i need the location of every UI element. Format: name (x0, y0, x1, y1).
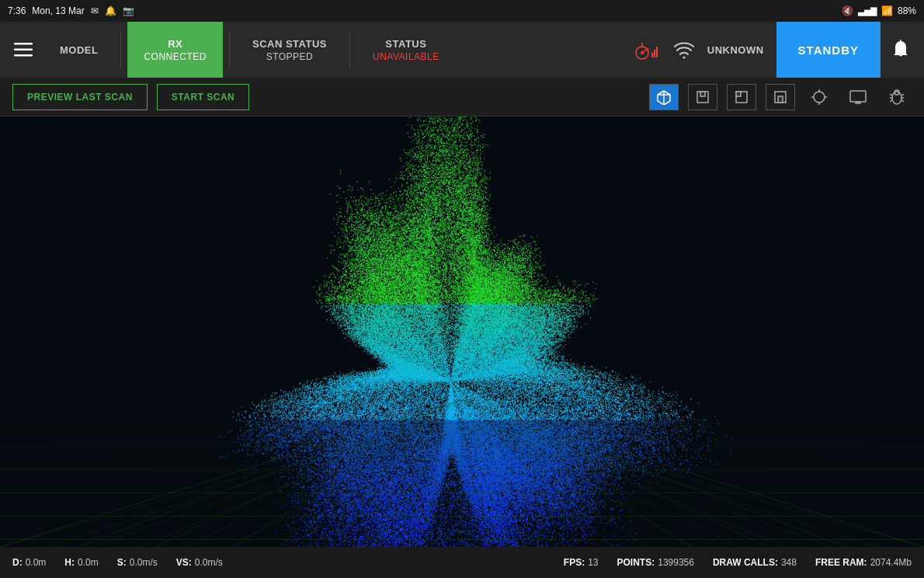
free-ram-label: FREE RAM: (815, 557, 867, 568)
fps-stat: FPS: 13 (564, 557, 599, 568)
fps-value: 13 (588, 557, 598, 568)
bottom-bar: D: 0.0m H: 0.0m S: 0.0m/s VS: 0.0m/s FPS… (0, 547, 924, 578)
scan-status-sub-label: STOPPED (266, 51, 314, 62)
toolbar: PREVIEW LAST SCAN START SCAN (0, 78, 924, 117)
svg-line-35 (901, 94, 904, 96)
distance-value: 0.0m (26, 557, 47, 568)
scan-status-tab-label: SCAN STATUS (252, 38, 327, 50)
model-tab-label: MODEL (60, 44, 98, 56)
svg-rect-16 (700, 92, 705, 96)
battery-label: 88% (898, 5, 916, 16)
svg-rect-8 (654, 50, 655, 57)
rx-tab-label: RX (168, 38, 182, 50)
draw-calls-label: DRAW CALLS: (713, 557, 778, 568)
svg-line-34 (890, 100, 892, 102)
distance-stat: D: 0.0m (12, 557, 46, 568)
svg-point-6 (641, 51, 644, 54)
svg-rect-2 (14, 54, 33, 57)
status-bar-left: 7:36 Mon, 13 Mar ✉ 🔔 📷 (8, 5, 134, 16)
email-icon: ✉ (91, 5, 99, 16)
rx-tab-sublabel: CONNECTED (144, 51, 207, 62)
side-view-button[interactable] (727, 84, 756, 110)
point-cloud-canvas (0, 117, 924, 547)
free-ram-stat: FREE RAM: 2074.4Mb (815, 557, 912, 568)
wifi-icon: 📶 (881, 5, 893, 16)
speed-stat: S: 0.0m/s (117, 557, 158, 568)
svg-point-10 (683, 57, 685, 59)
model-tab[interactable]: MODEL (43, 22, 114, 78)
scan-status-tab[interactable]: SCAN STATUS STOPPED (236, 22, 343, 78)
wifi-nav-icon (670, 36, 698, 64)
svg-rect-9 (656, 47, 658, 57)
points-stat: POINTS: 1399356 (617, 557, 694, 568)
draw-calls-value: 348 (781, 557, 797, 568)
rx-tab[interactable]: RX CONNECTED (127, 22, 223, 78)
svg-rect-26 (850, 91, 866, 102)
front-view-button[interactable] (688, 84, 717, 110)
draw-calls-stat: DRAW CALLS: 348 (713, 557, 797, 568)
hamburger-button[interactable] (6, 33, 40, 67)
unknown-label: UNKNOWN (707, 44, 764, 56)
distance-label: D: (12, 557, 23, 568)
status-tab-label: STATUS (385, 38, 426, 50)
speed-value: 0.0m/s (130, 557, 158, 568)
svg-point-30 (892, 92, 901, 104)
bell-button[interactable] (884, 33, 918, 67)
screenshot-icon: 📷 (123, 5, 134, 16)
vspeed-value: 0.0m/s (195, 557, 223, 568)
mute-icon: 🔇 (842, 5, 853, 16)
status-tab-sublabel: UNAVAILABLE (373, 51, 439, 62)
status-time: 7:36 (8, 5, 26, 16)
nav-separator-1 (120, 30, 121, 69)
points-value: 1399356 (658, 557, 694, 568)
svg-point-21 (814, 92, 825, 103)
fps-label: FPS: (564, 557, 585, 568)
radar-icon (633, 36, 661, 64)
standby-button[interactable]: STANDBY (776, 22, 881, 78)
status-bar-right: 🔇 ▃▅▇ 📶 88% (842, 5, 916, 16)
scan-viewport[interactable] (0, 117, 924, 547)
svg-rect-18 (736, 92, 741, 96)
vspeed-label: VS: (176, 557, 192, 568)
signal-bars-icon: ▃▅▇ (858, 6, 877, 16)
crosshair-view-button[interactable] (804, 84, 834, 110)
3d-cube-view-button[interactable] (649, 84, 679, 110)
status-tab[interactable]: STATUS UNAVAILABLE (356, 22, 456, 78)
preview-last-scan-button[interactable]: PREVIEW LAST SCAN (12, 84, 148, 110)
nav-separator-3 (349, 30, 350, 69)
bug-button[interactable] (882, 84, 912, 110)
svg-rect-1 (14, 49, 33, 51)
svg-line-37 (901, 100, 904, 102)
free-ram-value: 2074.4Mb (870, 557, 912, 568)
start-scan-button[interactable]: START SCAN (157, 84, 249, 110)
svg-rect-0 (14, 43, 33, 45)
status-date: Mon, 13 Mar (32, 5, 84, 16)
silent-icon: 🔔 (105, 5, 116, 16)
svg-rect-20 (778, 96, 783, 103)
svg-line-32 (890, 94, 892, 96)
points-label: POINTS: (617, 557, 655, 568)
bottom-bar-right: FPS: 13 POINTS: 1399356 DRAW CALLS: 348 … (564, 557, 912, 568)
vspeed-stat: VS: 0.0m/s (176, 557, 223, 568)
top-view-button[interactable] (766, 84, 795, 110)
speed-label: S: (117, 557, 127, 568)
nav-separator-2 (229, 30, 230, 69)
status-bar: 7:36 Mon, 13 Mar ✉ 🔔 📷 🔇 ▃▅▇ 📶 88% (0, 0, 924, 22)
svg-rect-7 (651, 53, 653, 57)
top-nav: MODEL RX CONNECTED SCAN STATUS STOPPED S… (0, 22, 924, 78)
screen-view-button[interactable] (843, 84, 873, 110)
height-value: 0.0m (78, 557, 99, 568)
height-stat: H: 0.0m (64, 557, 98, 568)
height-label: H: (64, 557, 75, 568)
nav-icons: UNKNOWN (624, 36, 773, 64)
